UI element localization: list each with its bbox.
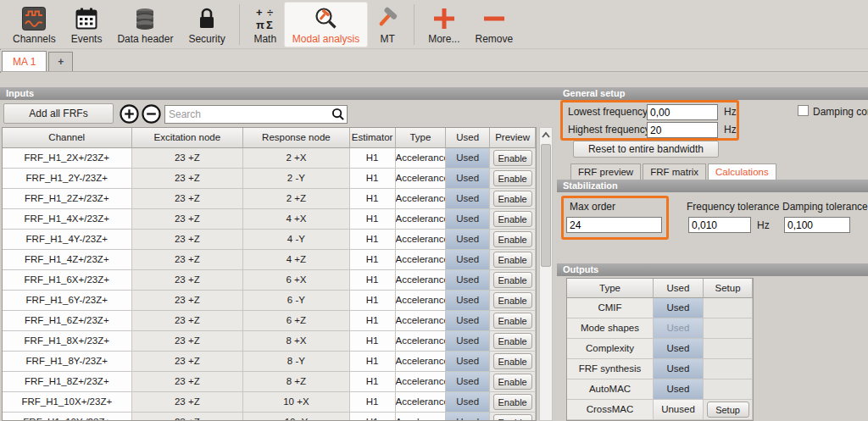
estimator-cell: H1 [350, 352, 396, 372]
used-cell[interactable]: Used [446, 169, 490, 189]
search-icon[interactable] [330, 108, 347, 121]
frf-table-row[interactable]: FRF_H1_2X+/23Z+23 +Z2 +XH1AcceleranceUse… [3, 148, 536, 169]
column-header-estimator[interactable]: Estimator [350, 128, 396, 148]
column-header-preview[interactable]: Preview [490, 128, 536, 148]
enable-preview-button[interactable]: Enable [493, 414, 532, 421]
toolbar-item-more[interactable]: More... [420, 3, 467, 47]
enable-preview-button[interactable]: Enable [493, 353, 532, 369]
used-cell[interactable]: Used [446, 352, 490, 372]
frf-table-row[interactable]: FRF_H1_2Z+/23Z+23 +Z2 +ZH1AcceleranceUse… [3, 189, 536, 209]
preview-cell: Enable [490, 352, 536, 372]
enable-preview-button[interactable]: Enable [493, 150, 532, 166]
excitation-cell: 23 +Z [132, 331, 244, 352]
toolbar-item-events[interactable]: Events [64, 3, 110, 47]
new-tab-button[interactable]: + [48, 52, 73, 71]
frf-table-row[interactable]: FRF_H1_6Y-/23Z+23 +Z6 -YH1AcceleranceUse… [3, 291, 536, 311]
used-cell[interactable]: Used [446, 209, 490, 230]
search-input[interactable] [165, 108, 330, 120]
remove-input-icon[interactable] [140, 102, 162, 125]
tab-ma1-label: MA 1 [13, 56, 36, 68]
column-header-type[interactable]: Type [396, 128, 447, 148]
add-input-icon[interactable] [118, 102, 140, 125]
output-used-cell[interactable]: Used [654, 359, 704, 379]
preview-cell: Enable [490, 230, 536, 250]
column-header-used[interactable]: Used [446, 128, 490, 148]
used-cell[interactable]: Used [446, 372, 490, 392]
frf-table-row[interactable]: FRF_H1_10Y-/23Z+23 +Z10 -YH1AcceleranceU… [3, 413, 536, 421]
toolbar-item-mt[interactable]: MT [367, 3, 408, 47]
enable-preview-button[interactable]: Enable [493, 394, 532, 410]
output-used-cell[interactable]: Unused [654, 400, 704, 420]
damping-correction-checkbox[interactable] [798, 105, 809, 116]
output-used-cell[interactable]: Used [654, 379, 704, 400]
used-cell[interactable]: Used [446, 392, 490, 413]
frf-table-scrollbar[interactable] [539, 127, 553, 421]
used-cell[interactable]: Used [446, 148, 490, 169]
used-cell[interactable]: Used [446, 291, 490, 311]
used-cell[interactable]: Used [446, 230, 490, 250]
toolbar-item-security[interactable]: Security [181, 3, 232, 47]
toolbar-item-modal-analysis[interactable]: Modal analysis [285, 3, 367, 47]
frf-table-row[interactable]: FRF_H1_2Y-/23Z+23 +Z2 -YH1AcceleranceUse… [3, 169, 536, 189]
view-tab-frf-preview[interactable]: FRF preview [570, 163, 641, 180]
toolbar-item-remove[interactable]: Remove [468, 3, 521, 47]
setup-button[interactable]: Setup [707, 402, 749, 418]
used-cell[interactable]: Used [446, 250, 490, 270]
toolbar-item-math[interactable]: +÷πΣMath [246, 3, 285, 47]
enable-preview-button[interactable]: Enable [493, 313, 532, 329]
scrollbar-thumb[interactable] [541, 144, 551, 267]
outputs-header-row: TypeUsedSetup [567, 279, 753, 298]
used-cell[interactable]: Used [446, 331, 490, 352]
view-tab-frf-matrix[interactable]: FRF matrix [643, 163, 706, 180]
estimator-cell: H1 [350, 291, 396, 311]
enable-preview-button[interactable]: Enable [493, 170, 532, 186]
preview-cell: Enable [490, 331, 536, 352]
lowest-frequency-input[interactable] [647, 104, 718, 120]
output-used-cell[interactable]: Used [654, 319, 704, 339]
frf-table-row[interactable]: FRF_H1_8Y-/23Z+23 +Z8 -YH1AcceleranceUse… [3, 352, 536, 372]
frequency-tolerance-input[interactable] [688, 217, 751, 233]
damping-tolerance-input[interactable] [784, 217, 850, 233]
enable-preview-button[interactable]: Enable [493, 191, 532, 207]
enable-preview-button[interactable]: Enable [493, 211, 532, 227]
outputs-column-header-type[interactable]: Type [567, 279, 654, 298]
column-header-excitation-node[interactable]: Excitation node [132, 128, 244, 148]
toolbar-item-channels[interactable]: Channels [5, 3, 64, 47]
used-cell[interactable]: Used [446, 270, 490, 291]
outputs-column-header-setup[interactable]: Setup [704, 279, 753, 298]
highest-frequency-input[interactable] [647, 122, 718, 138]
frf-table-row[interactable]: FRF_H1_6X+/23Z+23 +Z6 +XH1AcceleranceUse… [3, 270, 536, 291]
scroll-up-button[interactable] [540, 128, 552, 141]
enable-preview-button[interactable]: Enable [493, 252, 532, 268]
enable-preview-button[interactable]: Enable [493, 272, 532, 288]
toolbar-item-data-header[interactable]: Data header [109, 3, 181, 47]
frf-table-row[interactable]: FRF_H1_6Z+/23Z+23 +Z6 +ZH1AcceleranceUse… [3, 311, 536, 331]
output-used-cell[interactable]: Used [654, 298, 704, 319]
column-header-channel[interactable]: Channel [3, 128, 132, 148]
frf-table-row[interactable]: FRF_H1_8X+/23Z+23 +Z8 +XH1AcceleranceUse… [3, 331, 536, 352]
used-cell[interactable]: Used [446, 189, 490, 209]
frf-table-row[interactable]: FRF_H1_10X+/23Z+23 +Z10 +XH1AcceleranceU… [3, 392, 536, 413]
enable-preview-button[interactable]: Enable [493, 374, 532, 390]
tab-ma1[interactable]: MA 1 [2, 51, 47, 71]
column-header-response-node[interactable]: Response node [243, 128, 350, 148]
frf-table-row[interactable]: FRF_H1_8Z+/23Z+23 +Z8 +ZH1AcceleranceUse… [3, 372, 536, 392]
more-icon [431, 5, 457, 32]
enable-preview-button[interactable]: Enable [493, 333, 532, 349]
frf-table-row[interactable]: FRF_H1_4X+/23Z+23 +Z4 +XH1AcceleranceUse… [3, 209, 536, 230]
used-cell[interactable]: Used [446, 311, 490, 331]
enable-preview-button[interactable]: Enable [493, 292, 532, 308]
response-cell: 8 +X [243, 331, 350, 352]
max-order-input[interactable] [566, 217, 662, 233]
used-cell[interactable]: Used [446, 413, 490, 421]
frf-table-row[interactable]: FRF_H1_4Y-/23Z+23 +Z4 -YH1AcceleranceUse… [3, 230, 536, 250]
view-tab-calculations[interactable]: Calculations [708, 163, 776, 180]
reset-bandwidth-button[interactable]: Reset to entire bandwidth [573, 141, 719, 158]
type-cell: Accelerance [396, 148, 447, 169]
excitation-cell: 23 +Z [132, 270, 244, 291]
add-all-frfs-button[interactable]: Add all FRFs [3, 103, 114, 124]
outputs-column-header-used[interactable]: Used [654, 279, 704, 298]
enable-preview-button[interactable]: Enable [493, 231, 532, 247]
output-used-cell[interactable]: Used [654, 339, 704, 359]
frf-table-row[interactable]: FRF_H1_4Z+/23Z+23 +Z4 +ZH1AcceleranceUse… [3, 250, 536, 270]
